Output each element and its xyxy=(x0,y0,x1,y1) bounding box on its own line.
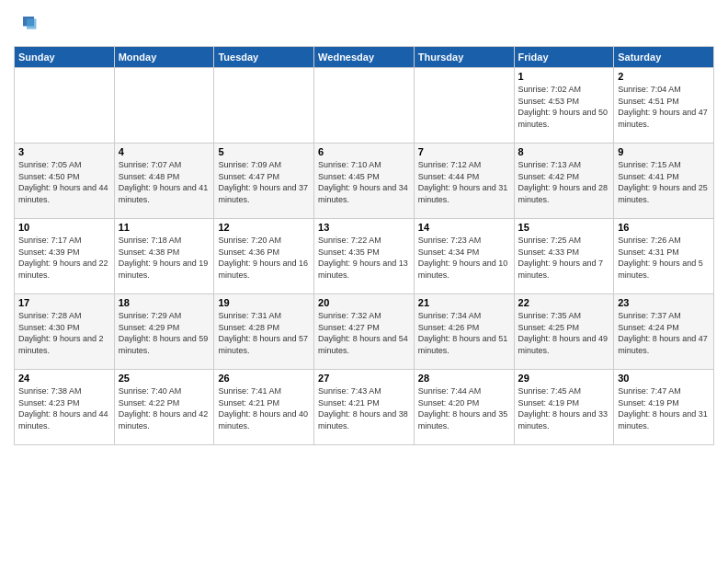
calendar-cell: 5Sunrise: 7:09 AMSunset: 4:47 PMDaylight… xyxy=(214,144,314,219)
day-info: Sunrise: 7:35 AMSunset: 4:25 PMDaylight:… xyxy=(518,310,610,356)
calendar-cell: 13Sunrise: 7:22 AMSunset: 4:35 PMDayligh… xyxy=(314,219,415,294)
day-number: 22 xyxy=(518,297,610,308)
day-info: Sunrise: 7:32 AMSunset: 4:27 PMDaylight:… xyxy=(318,310,410,356)
day-number: 10 xyxy=(18,222,110,233)
calendar-cell: 28Sunrise: 7:44 AMSunset: 4:20 PMDayligh… xyxy=(414,370,514,445)
day-number: 20 xyxy=(318,297,410,308)
day-info: Sunrise: 7:17 AMSunset: 4:39 PMDaylight:… xyxy=(18,235,110,281)
calendar-cell xyxy=(214,68,314,144)
calendar-cell: 6Sunrise: 7:10 AMSunset: 4:45 PMDaylight… xyxy=(314,144,415,219)
weekday-header-row: SundayMondayTuesdayWednesdayThursdayFrid… xyxy=(15,47,714,68)
calendar-cell: 19Sunrise: 7:31 AMSunset: 4:28 PMDayligh… xyxy=(214,294,314,370)
day-number: 19 xyxy=(218,297,310,308)
day-number: 14 xyxy=(418,222,510,233)
calendar-cell: 20Sunrise: 7:32 AMSunset: 4:27 PMDayligh… xyxy=(314,294,415,370)
calendar-body: 1Sunrise: 7:02 AMSunset: 4:53 PMDaylight… xyxy=(15,68,714,445)
weekday-header-tuesday: Tuesday xyxy=(214,47,314,68)
day-number: 2 xyxy=(618,71,710,82)
day-number: 21 xyxy=(418,297,510,308)
calendar-cell: 21Sunrise: 7:34 AMSunset: 4:26 PMDayligh… xyxy=(414,294,514,370)
day-info: Sunrise: 7:25 AMSunset: 4:33 PMDaylight:… xyxy=(518,235,610,281)
day-number: 9 xyxy=(618,146,710,157)
calendar-cell: 23Sunrise: 7:37 AMSunset: 4:24 PMDayligh… xyxy=(614,294,714,370)
day-info: Sunrise: 7:31 AMSunset: 4:28 PMDaylight:… xyxy=(218,310,310,356)
calendar-cell: 22Sunrise: 7:35 AMSunset: 4:25 PMDayligh… xyxy=(514,294,614,370)
day-number: 27 xyxy=(318,373,410,384)
day-number: 8 xyxy=(518,146,610,157)
day-number: 6 xyxy=(318,146,410,157)
day-info: Sunrise: 7:29 AMSunset: 4:29 PMDaylight:… xyxy=(119,310,210,356)
calendar-cell: 7Sunrise: 7:12 AMSunset: 4:44 PMDaylight… xyxy=(414,144,514,219)
header-area xyxy=(14,9,714,39)
calendar-cell xyxy=(314,68,415,144)
svg-marker-1 xyxy=(27,18,36,29)
day-info: Sunrise: 7:40 AMSunset: 4:22 PMDaylight:… xyxy=(119,385,210,431)
logo xyxy=(14,13,38,39)
weekday-header-thursday: Thursday xyxy=(414,47,514,68)
day-info: Sunrise: 7:45 AMSunset: 4:19 PMDaylight:… xyxy=(518,385,610,431)
weekday-header-saturday: Saturday xyxy=(614,47,714,68)
day-info: Sunrise: 7:28 AMSunset: 4:30 PMDaylight:… xyxy=(18,310,110,356)
weekday-header-wednesday: Wednesday xyxy=(314,47,415,68)
calendar-cell: 12Sunrise: 7:20 AMSunset: 4:36 PMDayligh… xyxy=(214,219,314,294)
day-number: 29 xyxy=(518,373,610,384)
calendar-cell: 4Sunrise: 7:07 AMSunset: 4:48 PMDaylight… xyxy=(114,144,214,219)
calendar-cell: 8Sunrise: 7:13 AMSunset: 4:42 PMDaylight… xyxy=(514,144,614,219)
calendar-week-3: 10Sunrise: 7:17 AMSunset: 4:39 PMDayligh… xyxy=(15,219,714,294)
day-info: Sunrise: 7:10 AMSunset: 4:45 PMDaylight:… xyxy=(318,159,410,205)
day-number: 11 xyxy=(119,222,210,233)
day-number: 12 xyxy=(218,222,310,233)
calendar-cell: 17Sunrise: 7:28 AMSunset: 4:30 PMDayligh… xyxy=(15,294,115,370)
calendar-cell: 3Sunrise: 7:05 AMSunset: 4:50 PMDaylight… xyxy=(15,144,115,219)
day-info: Sunrise: 7:37 AMSunset: 4:24 PMDaylight:… xyxy=(618,310,710,356)
day-number: 15 xyxy=(518,222,610,233)
day-number: 4 xyxy=(119,146,210,157)
calendar-cell: 15Sunrise: 7:25 AMSunset: 4:33 PMDayligh… xyxy=(514,219,614,294)
day-info: Sunrise: 7:23 AMSunset: 4:34 PMDaylight:… xyxy=(418,235,510,281)
calendar-cell: 24Sunrise: 7:38 AMSunset: 4:23 PMDayligh… xyxy=(15,370,115,445)
day-number: 7 xyxy=(418,146,510,157)
day-number: 23 xyxy=(618,297,710,308)
calendar-cell: 29Sunrise: 7:45 AMSunset: 4:19 PMDayligh… xyxy=(514,370,614,445)
calendar-cell: 10Sunrise: 7:17 AMSunset: 4:39 PMDayligh… xyxy=(15,219,115,294)
day-number: 3 xyxy=(18,146,110,157)
weekday-header-sunday: Sunday xyxy=(15,47,115,68)
calendar-week-5: 24Sunrise: 7:38 AMSunset: 4:23 PMDayligh… xyxy=(15,370,714,445)
calendar-cell: 9Sunrise: 7:15 AMSunset: 4:41 PMDaylight… xyxy=(614,144,714,219)
day-number: 26 xyxy=(218,373,310,384)
day-info: Sunrise: 7:05 AMSunset: 4:50 PMDaylight:… xyxy=(18,159,110,205)
calendar-cell: 25Sunrise: 7:40 AMSunset: 4:22 PMDayligh… xyxy=(114,370,214,445)
day-info: Sunrise: 7:13 AMSunset: 4:42 PMDaylight:… xyxy=(518,159,610,205)
calendar-cell: 2Sunrise: 7:04 AMSunset: 4:51 PMDaylight… xyxy=(614,68,714,144)
day-info: Sunrise: 7:12 AMSunset: 4:44 PMDaylight:… xyxy=(418,159,510,205)
day-info: Sunrise: 7:38 AMSunset: 4:23 PMDaylight:… xyxy=(18,385,110,431)
day-number: 13 xyxy=(318,222,410,233)
logo-icon xyxy=(16,13,38,35)
day-number: 24 xyxy=(18,373,110,384)
calendar-cell: 1Sunrise: 7:02 AMSunset: 4:53 PMDaylight… xyxy=(514,68,614,144)
calendar-cell: 18Sunrise: 7:29 AMSunset: 4:29 PMDayligh… xyxy=(114,294,214,370)
calendar-cell: 16Sunrise: 7:26 AMSunset: 4:31 PMDayligh… xyxy=(614,219,714,294)
calendar-cell: 26Sunrise: 7:41 AMSunset: 4:21 PMDayligh… xyxy=(214,370,314,445)
day-number: 1 xyxy=(518,71,610,82)
day-info: Sunrise: 7:04 AMSunset: 4:51 PMDaylight:… xyxy=(618,84,710,130)
calendar-cell xyxy=(114,68,214,144)
calendar-cell xyxy=(414,68,514,144)
day-info: Sunrise: 7:15 AMSunset: 4:41 PMDaylight:… xyxy=(618,159,710,205)
calendar-week-2: 3Sunrise: 7:05 AMSunset: 4:50 PMDaylight… xyxy=(15,144,714,219)
day-number: 5 xyxy=(218,146,310,157)
day-info: Sunrise: 7:44 AMSunset: 4:20 PMDaylight:… xyxy=(418,385,510,431)
day-number: 18 xyxy=(119,297,210,308)
calendar-cell xyxy=(15,68,115,144)
day-info: Sunrise: 7:22 AMSunset: 4:35 PMDaylight:… xyxy=(318,235,410,281)
day-info: Sunrise: 7:09 AMSunset: 4:47 PMDaylight:… xyxy=(218,159,310,205)
day-number: 28 xyxy=(418,373,510,384)
day-info: Sunrise: 7:26 AMSunset: 4:31 PMDaylight:… xyxy=(618,235,710,281)
calendar-cell: 27Sunrise: 7:43 AMSunset: 4:21 PMDayligh… xyxy=(314,370,415,445)
day-number: 25 xyxy=(119,373,210,384)
day-info: Sunrise: 7:20 AMSunset: 4:36 PMDaylight:… xyxy=(218,235,310,281)
day-number: 30 xyxy=(618,373,710,384)
day-info: Sunrise: 7:02 AMSunset: 4:53 PMDaylight:… xyxy=(518,84,610,130)
day-info: Sunrise: 7:18 AMSunset: 4:38 PMDaylight:… xyxy=(119,235,210,281)
day-number: 16 xyxy=(618,222,710,233)
